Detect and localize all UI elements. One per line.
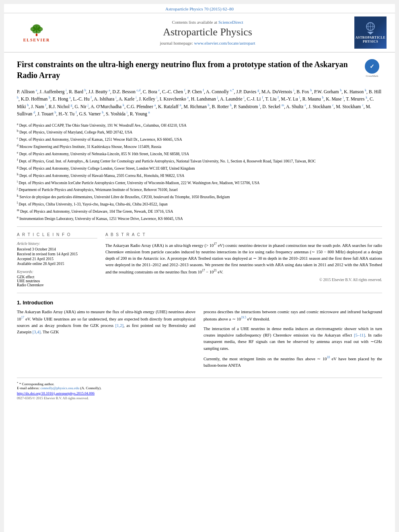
affil-c: c Dept. of Physics and Astronomy, Univer…: [17, 136, 382, 143]
crossmark-icon[interactable]: ✓: [365, 59, 379, 74]
crossmark-label: CrossMark: [366, 74, 378, 78]
affil-f: f Dept. of Physics, Grad. Inst. of Astro…: [17, 158, 382, 164]
keywords-heading: Keywords:: [17, 270, 97, 274]
affil-h: h Dept. of Physics and Astronomy, Univer…: [17, 172, 382, 179]
email-link[interactable]: connolly@physics.osu.edu: [40, 386, 79, 390]
affil-m: m Dept. of Physics and Astronomy, Univer…: [17, 208, 382, 215]
footer-copyright: 0927-6505/© 2015 Elsevier B.V. All right…: [17, 396, 382, 400]
email-suffix: (A. Connolly).: [80, 386, 102, 390]
corresponding-author-note: * * Corresponding author. E-mail address…: [17, 381, 382, 390]
header-center: Contents lists available at ScienceDirec…: [63, 20, 352, 45]
main-content: First constraints on the ultra-high ener…: [4, 53, 395, 407]
elsevier-tree-icon: [25, 23, 49, 37]
keywords-list: GZK effect UHE neutrinos Radio Cherenkov: [17, 275, 97, 287]
abstract-text: The Askaryan Radio Array (ARA) is an ult…: [105, 242, 382, 275]
intro-p3: The interaction of a UHE neutrino in den…: [204, 326, 382, 352]
article-title: First constraints on the ultra-high ener…: [17, 59, 358, 81]
article-info-abstract: A R T I C L E I N F O Article history: R…: [17, 232, 382, 293]
section-title: 1. Introduction: [17, 300, 382, 306]
journal-badge: ASTROPARTICLE PHYSICS: [354, 16, 387, 49]
affil-a: a Dept. of Physics and CCAPP, The Ohio S…: [17, 122, 382, 129]
ref-1-2[interactable]: [1,2]: [115, 323, 123, 328]
keyword-2: UHE neutrinos: [17, 279, 97, 283]
footer-section: * * Corresponding author. E-mail address…: [17, 378, 382, 400]
badge-title: ASTROPARTICLE PHYSICS: [356, 36, 386, 43]
homepage-label: journal homepage:: [160, 41, 193, 45]
affil-e: e Dept. of Physics and Astronomy, Univer…: [17, 150, 382, 157]
body-two-col: The Askaryan Radio Array (ARA) aims to m…: [17, 309, 382, 372]
sciencedirect-link[interactable]: ScienceDirect: [218, 20, 243, 25]
affil-b: b Dept. of Physics, University of Maryla…: [17, 129, 382, 136]
intro-p4: Currently, the most stringent limits on …: [204, 355, 382, 369]
elsevier-logo-area: ELSEVIER: [10, 22, 63, 44]
abstract-copyright: © 2015 Elsevier B.V. All rights reserved…: [105, 278, 382, 282]
online-date: Available online 28 April 2015: [17, 262, 97, 266]
ref-5-11[interactable]: [5–11]: [354, 333, 365, 337]
introduction-section: 1. Introduction The Askaryan Radio Array…: [17, 300, 382, 372]
sciencedirect-prefix: Contents lists available at: [172, 20, 217, 25]
svg-point-7: [36, 35, 37, 36]
journal-citation: Astroparticle Physics 70 (2015) 62–80: [165, 6, 234, 11]
intro-p2: process describes the interactions betwe…: [204, 309, 382, 322]
article-info-heading: A R T I C L E I N F O: [17, 232, 97, 238]
keyword-3: Radio Cherenkov: [17, 283, 97, 287]
affil-k: k Service de physique des particules élé…: [17, 193, 382, 200]
affil-i: i Dept. of Physics and Wisconsin IceCube…: [17, 179, 382, 186]
body-col-left: The Askaryan Radio Array (ARA) aims to m…: [17, 309, 195, 372]
revised-date: Received in revised form 14 April 2015: [17, 252, 97, 256]
doi-link[interactable]: http://dx.doi.org/10.1016/j.astropartphy…: [17, 391, 382, 395]
sciencedirect-line: Contents lists available at ScienceDirec…: [63, 20, 352, 25]
email-label: E-mail address:: [17, 386, 39, 390]
svg-point-6: [36, 29, 41, 33]
elsevier-logo: ELSEVIER: [14, 22, 59, 44]
body-col-right: process describes the interactions betwe…: [204, 309, 382, 372]
authors: P. Allison a, J. Auffenberg i, R. Bard b…: [17, 88, 382, 118]
journal-homepage: journal homepage: www.elsevier.com/locat…: [63, 41, 352, 45]
crossmark[interactable]: ✓ CrossMark: [362, 59, 382, 78]
affil-g: g Dept. of Physics and Astronomy, Univer…: [17, 165, 382, 172]
badge-icon: [362, 22, 378, 36]
header-right: ASTROPARTICLE PHYSICS: [352, 16, 389, 49]
intro-p1: The Askaryan Radio Array (ARA) aims to m…: [17, 309, 195, 336]
ref-3-4[interactable]: [3,4]: [33, 330, 41, 334]
affil-d: d Moscow Engineering and Physics Institu…: [17, 143, 382, 150]
journal-title: Astroparticle Physics: [63, 26, 352, 38]
doi-anchor[interactable]: http://dx.doi.org/10.1016/j.astropartphy…: [17, 391, 95, 395]
article-info-col: A R T I C L E I N F O Article history: R…: [17, 232, 97, 287]
article-title-section: First constraints on the ultra-high ener…: [17, 59, 382, 84]
history-label: Article history:: [17, 242, 97, 246]
affil-n: n Instrumentation Design Laboratory, Uni…: [17, 215, 382, 222]
abstract-col: A B S T R A C T The Askaryan Radio Array…: [105, 232, 382, 287]
affiliations: a Dept. of Physics and CCAPP, The Ohio S…: [17, 122, 382, 227]
keyword-1: GZK effect: [17, 275, 97, 279]
homepage-url[interactable]: www.elsevier.com/locate/astropart: [194, 41, 255, 45]
affil-l: l Dept. of Physics, Chiba University, 1-…: [17, 201, 382, 207]
accepted-date: Accepted 21 April 2015: [17, 257, 97, 261]
journal-bar: Astroparticle Physics 70 (2015) 62–80: [4, 4, 395, 13]
header-section: ELSEVIER Contents lists available at Sci…: [4, 13, 395, 53]
page: Astroparticle Physics 70 (2015) 62–80: [4, 4, 395, 532]
affil-j: j Department of Particle Physics and Ast…: [17, 186, 382, 193]
elsevier-text-label: ELSEVIER: [23, 38, 50, 42]
abstract-heading: A B S T R A C T: [105, 232, 382, 238]
received-date: Received 3 October 2014: [17, 247, 97, 251]
